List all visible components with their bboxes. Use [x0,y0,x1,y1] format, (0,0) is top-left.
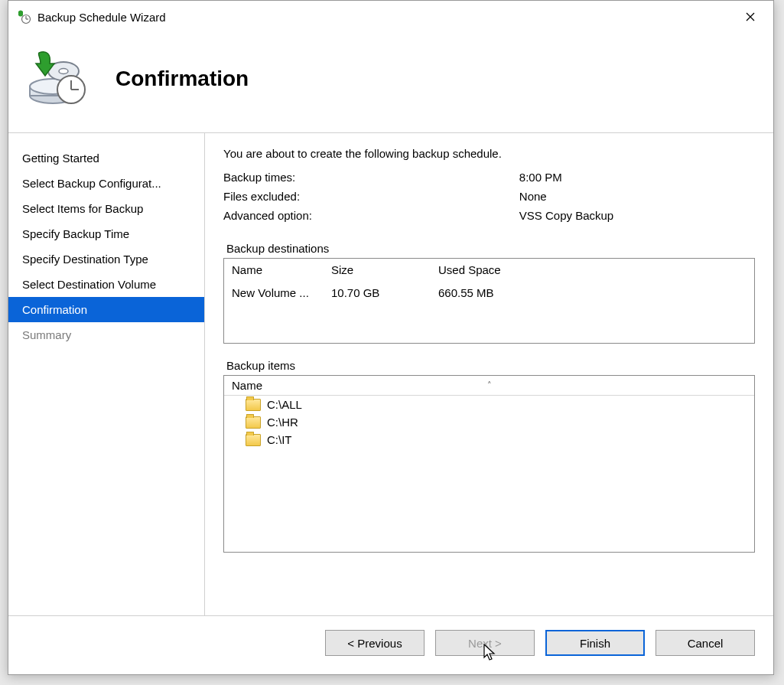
backup-item-path: C:\IT [267,433,292,446]
dest-row[interactable]: New Volume ... 10.70 GB 660.55 MB [224,282,754,305]
step-select-items-for-backup[interactable]: Select Items for Backup [8,196,204,221]
sort-indicator-icon: ˄ [487,380,492,390]
kv-value-backup-times: 8:00 PM [519,168,755,187]
close-button[interactable] [735,6,766,28]
step-select-destination-volume[interactable]: Select Destination Volume [8,272,204,297]
backup-item-path: C:\ALL [267,398,302,411]
previous-button[interactable]: < Previous [325,630,425,656]
destinations-label: Backup destinations [226,242,755,255]
finish-button[interactable]: Finish [545,630,645,656]
kv-label-advanced-option: Advanced option: [223,206,519,225]
window-title: Backup Schedule Wizard [37,11,166,24]
step-select-backup-configuration[interactable]: Select Backup Configurat... [8,171,204,196]
dest-col-name: Name [232,263,331,276]
app-icon [16,9,31,24]
folder-icon [246,399,261,411]
wizard-steps-sidebar: Getting Started Select Backup Configurat… [8,133,205,615]
dest-row-used: 660.55 MB [438,286,747,299]
kv-value-advanced-option: VSS Copy Backup [519,206,755,225]
wizard-dialog: Backup Schedule Wizard [8,0,774,675]
step-getting-started[interactable]: Getting Started [8,145,204,171]
content-pane: You are about to create the following ba… [205,133,773,615]
backup-item-row[interactable]: C:\HR [224,413,754,431]
backup-items-list[interactable]: Name ˄ C:\ALL C:\HR C:\IT [223,375,755,553]
intro-text: You are about to create the following ba… [223,147,755,160]
folder-icon [246,416,261,429]
summary-table: Backup times: 8:00 PM Files excluded: No… [223,168,755,225]
backup-item-row[interactable]: C:\ALL [224,396,754,413]
button-row: < Previous Next > Finish Cancel [8,615,773,674]
next-button: Next > [435,630,535,656]
kv-label-files-excluded: Files excluded: [223,187,519,206]
header-band: Confirmation [8,33,773,133]
titlebar: Backup Schedule Wizard [8,1,773,33]
dest-col-used: Used Space [438,263,747,276]
items-col-name: Name [232,379,262,392]
kv-value-files-excluded: None [519,187,755,206]
page-title: Confirmation [115,67,249,91]
step-specify-destination-type[interactable]: Specify Destination Type [8,246,204,272]
destinations-list[interactable]: Name Size Used Space New Volume ... 10.7… [223,258,755,344]
step-summary: Summary [8,322,204,347]
svg-point-7 [59,69,68,74]
dest-row-name: New Volume ... [232,286,331,299]
cancel-button[interactable]: Cancel [656,630,755,656]
dest-row-size: 10.70 GB [331,286,438,299]
step-confirmation[interactable]: Confirmation [8,297,204,322]
backup-item-row[interactable]: C:\IT [224,431,754,449]
dest-col-size: Size [331,263,438,276]
folder-icon [246,434,261,446]
items-label: Backup items [226,359,755,372]
kv-label-backup-times: Backup times: [223,168,519,187]
step-specify-backup-time[interactable]: Specify Backup Time [8,221,204,246]
backup-item-path: C:\HR [267,416,298,429]
wizard-icon [24,48,93,109]
